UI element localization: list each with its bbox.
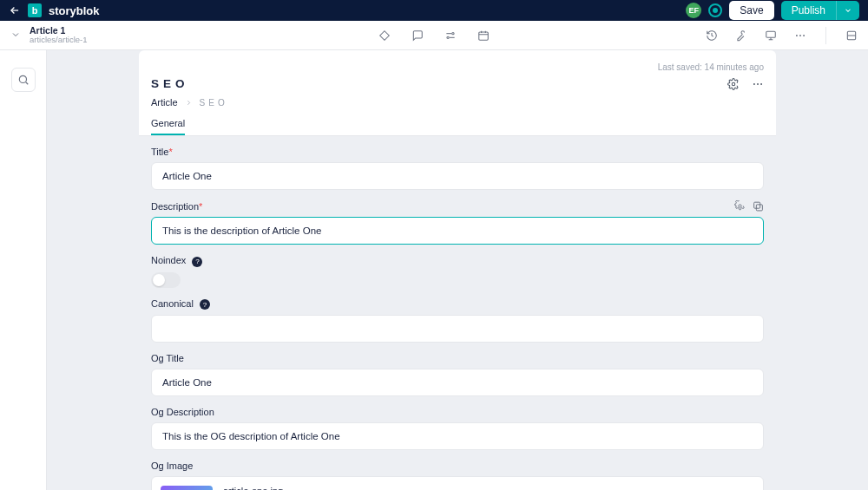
field-label: Og Title <box>151 353 184 363</box>
gear-icon <box>734 200 746 212</box>
svg-point-6 <box>803 35 805 36</box>
chevron-right-icon <box>185 99 193 107</box>
sliders-icon <box>444 29 457 42</box>
history-button[interactable] <box>706 29 718 42</box>
svg-rect-14 <box>754 202 760 208</box>
preview-button[interactable] <box>765 29 777 42</box>
description-input[interactable] <box>151 217 764 245</box>
field-description: Description* <box>151 200 764 245</box>
field-label: Description* <box>151 201 202 212</box>
svg-point-4 <box>796 35 798 36</box>
panel-tabs: General <box>139 113 776 136</box>
last-saved-text: Last saved: 14 minutes ago <box>139 59 776 72</box>
save-button[interactable]: Save <box>729 1 773 20</box>
field-noindex: Noindex ? <box>151 255 764 288</box>
field-og-image: Og Image Article One ◧ article-one.jpg A… <box>151 461 764 490</box>
discussions-button[interactable] <box>411 29 424 42</box>
workflow-button[interactable] <box>444 29 457 42</box>
breadcrumb-current: SEO <box>200 98 228 108</box>
field-label: Og Description <box>151 407 214 417</box>
panel-more-button[interactable] <box>752 78 764 90</box>
panel-breadcrumbs: Article SEO <box>139 97 776 113</box>
tab-general[interactable]: General <box>151 113 185 135</box>
ellipsis-icon <box>794 29 806 42</box>
title-input[interactable] <box>151 162 764 190</box>
monitor-icon <box>765 29 777 42</box>
svg-point-12 <box>760 83 762 85</box>
layout-toggle-button[interactable] <box>845 29 858 42</box>
brand-name: storyblok <box>49 4 100 17</box>
field-settings-button[interactable] <box>734 200 746 212</box>
gear-icon <box>727 78 740 90</box>
field-og-title: Og Title <box>151 353 764 396</box>
field-label: Noindex ? <box>151 255 202 267</box>
entry-toolbar: Article 1 articles/article-1 <box>0 21 868 50</box>
panel-settings-button[interactable] <box>727 78 740 90</box>
config-tool-button[interactable] <box>378 29 391 42</box>
key-icon <box>735 29 747 42</box>
back-button[interactable] <box>9 4 21 16</box>
breadcrumb-root[interactable]: Article <box>151 97 178 108</box>
field-translate-button[interactable] <box>753 200 764 212</box>
access-button[interactable] <box>735 29 747 42</box>
field-og-description: Og Description <box>151 407 764 450</box>
svg-point-5 <box>799 35 801 36</box>
svg-point-8 <box>19 75 26 82</box>
svg-point-0 <box>452 32 454 34</box>
more-actions-button[interactable] <box>794 29 806 42</box>
entry-title-block: Article 1 articles/article-1 <box>30 26 88 45</box>
canonical-input[interactable] <box>151 315 764 343</box>
field-label: Title* <box>151 147 173 157</box>
svg-point-9 <box>732 82 735 86</box>
og-image-asset-card[interactable]: Article One ◧ article-one.jpg Add descri… <box>151 476 764 490</box>
translate-icon <box>753 200 764 212</box>
asset-filename: article-one.jpg <box>223 486 292 490</box>
svg-rect-2 <box>479 31 489 39</box>
field-canonical: Canonical ? <box>151 298 764 343</box>
svg-rect-15 <box>756 205 762 211</box>
layout-icon <box>845 29 858 42</box>
svg-rect-3 <box>766 31 776 37</box>
og-description-input[interactable] <box>151 422 764 450</box>
toolbar-divider <box>825 27 826 44</box>
chevron-down-icon <box>10 29 21 40</box>
left-rail <box>0 50 47 490</box>
brand-logo-icon: b <box>28 3 42 17</box>
schedule-button[interactable] <box>477 29 490 42</box>
app-header: b storyblok EF Save Publish <box>0 0 868 21</box>
svg-point-11 <box>757 83 759 85</box>
svg-point-13 <box>739 205 741 207</box>
publish-button[interactable]: Publish <box>781 1 836 20</box>
search-button[interactable] <box>11 68 36 92</box>
diamond-icon <box>378 29 391 42</box>
help-icon[interactable]: ? <box>200 299 210 310</box>
history-icon <box>706 29 718 42</box>
status-indicator[interactable] <box>708 3 722 17</box>
panel-title: SEO <box>151 77 727 90</box>
svg-point-10 <box>753 83 755 85</box>
arrow-left-icon <box>9 4 21 16</box>
field-title: Title* <box>151 147 764 190</box>
field-label: Og Image <box>151 461 193 471</box>
publish-dropdown-button[interactable] <box>836 1 859 20</box>
chevron-down-icon <box>844 6 852 15</box>
field-label: Canonical ? <box>151 298 210 310</box>
ellipsis-icon <box>752 78 764 90</box>
help-icon[interactable]: ? <box>192 257 202 267</box>
entry-expand-button[interactable] <box>10 29 21 40</box>
calendar-icon <box>477 29 490 42</box>
svg-point-1 <box>447 36 449 38</box>
search-icon <box>17 74 30 86</box>
seo-panel: Last saved: 14 minutes ago SEO Article S… <box>139 50 776 490</box>
entry-path: articles/article-1 <box>30 36 88 44</box>
asset-thumbnail: Article One ◧ <box>161 486 213 490</box>
chat-icon <box>411 29 424 42</box>
noindex-toggle[interactable] <box>151 272 181 288</box>
og-title-input[interactable] <box>151 369 764 396</box>
user-avatar[interactable]: EF <box>686 3 701 18</box>
